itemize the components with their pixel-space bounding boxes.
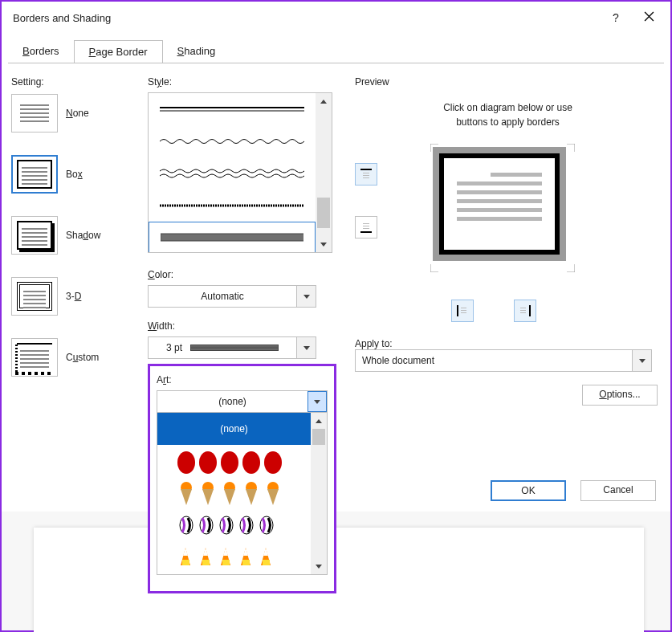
color-dropdown-arrow[interactable] [296, 286, 316, 307]
svg-rect-37 [520, 308, 526, 308]
art-dropdown-arrow[interactable] [307, 391, 327, 412]
art-value: (none) [157, 391, 307, 412]
border-bottom-icon [360, 221, 373, 234]
art-dropdown[interactable]: (none) [157, 390, 328, 413]
svg-point-7 [242, 451, 260, 474]
svg-point-5 [199, 451, 217, 474]
tab-shading[interactable]: Shading [163, 40, 230, 63]
setting-box[interactable]: Box [11, 155, 140, 194]
style-label: Style: [148, 76, 332, 88]
setting-label-shadow: Shadow [66, 230, 100, 241]
art-dropdown-list[interactable]: (none) [157, 413, 328, 575]
preview-left-border-button[interactable] [451, 300, 474, 322]
setting-none[interactable]: None [11, 94, 140, 133]
style-scrollbar[interactable] [316, 93, 332, 252]
tab-borders[interactable]: Borders [8, 40, 74, 63]
style-option-doublethin[interactable] [149, 93, 316, 125]
setting-label-3d: 3-D [66, 291, 81, 302]
style-listbox[interactable] [148, 92, 332, 253]
svg-rect-29 [363, 226, 369, 226]
svg-rect-38 [520, 310, 526, 311]
close-button[interactable] [632, 11, 666, 24]
svg-rect-22 [242, 560, 250, 565]
width-dropdown[interactable]: 3 pt [148, 336, 316, 359]
scroll-thumb[interactable] [312, 429, 325, 445]
scroll-down-button[interactable] [311, 558, 327, 574]
svg-rect-28 [363, 223, 369, 224]
scroll-down-button[interactable] [316, 236, 332, 252]
border-left-icon [456, 304, 469, 317]
scroll-up-button[interactable] [311, 413, 327, 429]
help-button[interactable]: ? [600, 11, 632, 24]
setting-shadow[interactable]: Shadow [11, 216, 140, 255]
art-option-candy[interactable] [157, 509, 311, 541]
options-button[interactable]: Options... [582, 385, 658, 406]
cancel-button[interactable]: Cancel [580, 480, 656, 501]
chevron-down-icon [320, 243, 327, 247]
svg-rect-3 [161, 234, 303, 241]
art-option-none[interactable]: (none) [157, 413, 311, 445]
ok-button[interactable]: OK [491, 480, 566, 501]
svg-point-6 [221, 451, 238, 474]
scroll-up-button[interactable] [316, 93, 332, 109]
preview-hint: Click on diagram below or usebuttons to … [355, 100, 661, 129]
style-option-dashes[interactable] [149, 190, 316, 222]
titlebar: Borders and Shading ? [2, 2, 670, 34]
art-scrollbar[interactable] [311, 413, 327, 574]
svg-point-8 [264, 451, 282, 474]
svg-rect-23 [263, 560, 270, 565]
svg-rect-33 [461, 308, 466, 308]
width-sample-icon [190, 345, 279, 351]
preview-bottom-border-button[interactable] [355, 216, 377, 239]
art-label: Art: [157, 374, 328, 385]
preview-right-border-button[interactable] [514, 300, 536, 322]
color-dropdown[interactable]: Automatic [148, 285, 316, 308]
svg-point-4 [177, 451, 195, 474]
setting-label-custom: Custom [66, 352, 99, 363]
style-option-zigzag[interactable] [149, 125, 316, 157]
width-dropdown-arrow[interactable] [296, 337, 316, 358]
chevron-up-icon [320, 100, 327, 104]
svg-rect-31 [360, 231, 372, 233]
setting-label-box: Box [66, 169, 83, 180]
art-option-icecream[interactable] [157, 477, 311, 509]
chevron-down-icon [303, 295, 310, 299]
apply-to-dropdown[interactable]: Whole document [355, 349, 652, 372]
svg-rect-35 [461, 312, 466, 313]
svg-rect-26 [363, 175, 369, 176]
tab-page-border[interactable]: Page Border [74, 40, 163, 63]
scroll-thumb[interactable] [317, 198, 330, 228]
art-icecream-icon [174, 479, 295, 507]
art-option-red-apples[interactable] [157, 445, 311, 477]
chevron-down-icon [314, 400, 320, 404]
svg-rect-21 [222, 560, 230, 565]
color-value: Automatic [149, 286, 296, 307]
preview-top-border-button[interactable] [355, 163, 377, 186]
setting-label-none: None [66, 108, 89, 119]
style-option-wave[interactable] [149, 157, 316, 190]
corner-marker-icon [430, 144, 438, 152]
art-apples-icon [174, 448, 295, 474]
chevron-up-icon [316, 419, 322, 423]
svg-rect-25 [363, 173, 369, 173]
art-option-candycorn[interactable] [157, 541, 311, 573]
width-value: 3 pt [149, 337, 296, 358]
svg-rect-34 [461, 310, 466, 311]
preview-label: Preview [355, 76, 661, 88]
corner-marker-icon [567, 144, 575, 152]
svg-rect-24 [360, 169, 372, 170]
svg-rect-36 [529, 305, 531, 316]
setting-3d[interactable]: 3-D [11, 277, 140, 316]
apply-to-dropdown-arrow[interactable] [632, 350, 651, 371]
chevron-down-icon [316, 565, 322, 569]
style-option-thick-emboss[interactable] [149, 222, 316, 252]
chevron-down-icon [303, 346, 310, 350]
setting-custom[interactable]: Custom [11, 338, 140, 377]
corner-marker-icon [430, 264, 438, 272]
apply-to-value: Whole document [356, 350, 632, 371]
preview-diagram[interactable] [439, 153, 560, 255]
corner-marker-icon [567, 264, 575, 272]
close-icon [644, 11, 654, 22]
svg-rect-32 [457, 305, 458, 316]
svg-rect-20 [202, 560, 210, 565]
